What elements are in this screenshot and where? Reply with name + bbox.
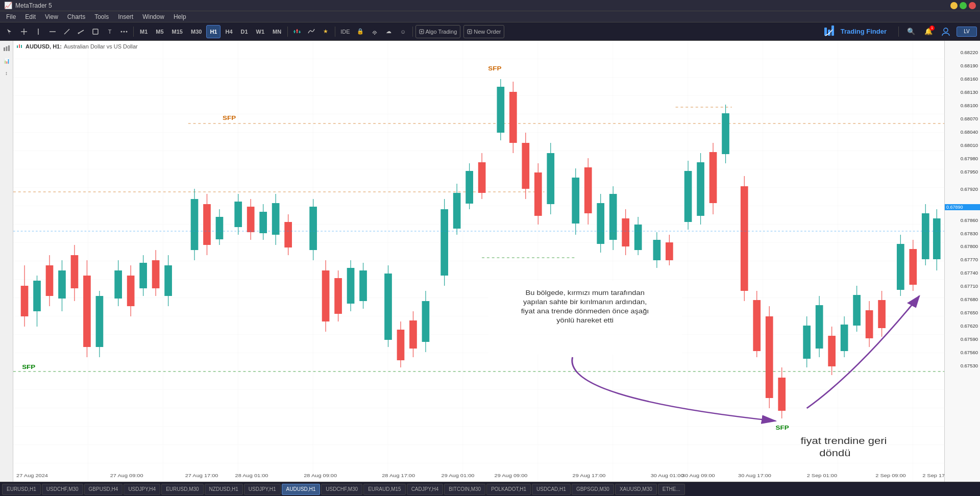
svg-rect-160 bbox=[866, 310, 873, 338]
indicators-btn[interactable] bbox=[305, 25, 318, 38]
algo-trading-btn[interactable]: Algo Trading bbox=[415, 25, 461, 38]
svg-rect-87 bbox=[347, 268, 355, 304]
left-tb-cursor[interactable]: ↕ bbox=[1, 67, 12, 79]
svg-rect-59 bbox=[139, 263, 147, 288]
svg-rect-150 bbox=[803, 326, 811, 359]
svg-rect-25 bbox=[6, 46, 7, 51]
price-label: 0.68100 bbox=[961, 103, 978, 108]
horizontal-line-tool[interactable] bbox=[46, 25, 59, 38]
svg-rect-75 bbox=[259, 212, 267, 233]
price-label: 0.68160 bbox=[961, 76, 978, 82]
tf-d1[interactable]: D1 bbox=[237, 25, 252, 38]
crosshair-tool[interactable] bbox=[17, 25, 31, 38]
bottom-tab-bar: EURUSD,H1 USDCHF,M30 GBPUSD,H4 USDJPY,H4… bbox=[0, 482, 980, 496]
tab-usdjpy-h4[interactable]: USDJPY,H4 bbox=[124, 484, 160, 495]
maximize-button[interactable] bbox=[960, 2, 967, 9]
yellow-star-btn[interactable]: ★ bbox=[319, 25, 332, 38]
svg-rect-61 bbox=[152, 260, 160, 288]
search-btn[interactable]: 🔍 bbox=[904, 25, 918, 38]
ide-btn[interactable]: IDE bbox=[338, 25, 352, 38]
svg-rect-26 bbox=[8, 45, 10, 51]
tab-cadjpy-h4[interactable]: CADJPY,H4 bbox=[407, 484, 444, 495]
menu-edit[interactable]: Edit bbox=[21, 12, 40, 21]
menu-help[interactable]: Help bbox=[169, 12, 190, 21]
tab-xauusd-m30[interactable]: XAUUSD,M30 bbox=[615, 484, 657, 495]
tab-gbpsgd-m30[interactable]: GBPSGD,M30 bbox=[572, 484, 614, 495]
menu-insert[interactable]: Insert bbox=[114, 12, 137, 21]
svg-rect-143 bbox=[753, 300, 761, 351]
svg-rect-101 bbox=[453, 193, 461, 229]
chart-info-bar: AUDUSD, H1: Australian Dollar vs US Doll… bbox=[16, 43, 138, 50]
left-tb-indicator[interactable]: 📊 bbox=[1, 55, 12, 66]
cloud-btn[interactable]: ☁ bbox=[382, 25, 396, 38]
svg-text:29 Aug 09:00: 29 Aug 09:00 bbox=[495, 473, 528, 478]
trendline-tool[interactable] bbox=[60, 25, 74, 38]
tab-euraud-m15[interactable]: EURAUD,M15 bbox=[363, 484, 405, 495]
svg-text:30 Aug 17:00: 30 Aug 17:00 bbox=[738, 473, 771, 478]
close-button[interactable] bbox=[969, 2, 976, 9]
left-toolbar: 📊 ↕ bbox=[0, 41, 13, 482]
svg-rect-152 bbox=[816, 305, 823, 349]
svg-text:27 Aug 17:00: 27 Aug 17:00 bbox=[185, 473, 218, 478]
profile-btn[interactable] bbox=[939, 25, 952, 38]
tab-usdchf-m30[interactable]: USDCHF,M30 bbox=[42, 484, 83, 495]
price-label: 0.67560 bbox=[961, 350, 978, 355]
svg-text:Bu bölgede, kırmızı mum tarafı: Bu bölgede, kırmızı mum tarafından bbox=[525, 289, 644, 296]
tf-m1[interactable]: M1 bbox=[136, 25, 151, 38]
chart-type-btn[interactable] bbox=[290, 25, 304, 38]
smiley-btn[interactable]: ☺ bbox=[397, 25, 410, 38]
svg-rect-147 bbox=[778, 378, 786, 411]
svg-rect-162 bbox=[878, 300, 886, 328]
svg-text:2 Sep 01:00: 2 Sep 01:00 bbox=[807, 473, 838, 478]
tab-usdchf-m30-2[interactable]: USDCHF,M30 bbox=[321, 484, 362, 495]
left-tb-chart[interactable] bbox=[1, 43, 12, 54]
svg-point-17 bbox=[374, 34, 375, 35]
svg-rect-43 bbox=[33, 281, 41, 311]
shapes-tool[interactable] bbox=[89, 25, 102, 38]
tf-w1[interactable]: W1 bbox=[253, 25, 268, 38]
menu-tools[interactable]: Tools bbox=[90, 12, 113, 21]
menu-window[interactable]: Window bbox=[138, 12, 168, 21]
svg-rect-55 bbox=[114, 270, 122, 299]
lock-btn[interactable]: 🔒 bbox=[354, 25, 367, 38]
price-label: 0.68220 bbox=[961, 49, 978, 55]
price-label: 0.67770 bbox=[961, 257, 978, 262]
tf-m15[interactable]: M15 bbox=[168, 25, 186, 38]
tf-m30[interactable]: M30 bbox=[187, 25, 205, 38]
tab-bitcoin-m30[interactable]: BITCOIN,M30 bbox=[444, 484, 485, 495]
ray-tool[interactable] bbox=[75, 25, 88, 38]
menu-file[interactable]: File bbox=[2, 12, 20, 21]
tab-eurusd-h1[interactable]: EURUSD,H1 bbox=[2, 484, 41, 495]
tf-h4[interactable]: H4 bbox=[222, 25, 236, 38]
tab-polkadot-h1[interactable]: POLKADOT,H1 bbox=[486, 484, 531, 495]
tf-mn[interactable]: MN bbox=[269, 25, 285, 38]
svg-rect-65 bbox=[191, 199, 199, 250]
tab-ethe[interactable]: ETHE... bbox=[658, 484, 685, 495]
svg-rect-168 bbox=[922, 213, 929, 259]
minimize-button[interactable] bbox=[950, 2, 958, 9]
svg-rect-81 bbox=[309, 207, 317, 250]
tab-usdjpy-h1[interactable]: USDJPY,H1 bbox=[244, 484, 281, 495]
tf-h1[interactable]: H1 bbox=[206, 25, 220, 38]
tab-eurusd-m30[interactable]: EURUSD,M30 bbox=[161, 484, 203, 495]
menu-view[interactable]: View bbox=[41, 12, 62, 21]
tab-gbpusd-h4[interactable]: GBPUSD,H4 bbox=[84, 484, 123, 495]
svg-rect-29 bbox=[21, 45, 22, 48]
svg-rect-121 bbox=[597, 203, 604, 244]
algo-trading-label: Algo Trading bbox=[426, 29, 457, 35]
new-order-btn[interactable]: New Order bbox=[463, 25, 504, 38]
cursor-tool[interactable] bbox=[3, 25, 16, 38]
svg-rect-154 bbox=[828, 336, 836, 366]
text-tool[interactable]: T bbox=[103, 25, 116, 38]
menu-charts[interactable]: Charts bbox=[63, 12, 89, 21]
account-level: LV bbox=[957, 27, 977, 37]
more-tools[interactable] bbox=[117, 25, 131, 38]
tab-nzdusd-h1[interactable]: NZDUSD,H1 bbox=[205, 484, 243, 495]
tab-audusd-h1[interactable]: AUDUSD,H1 bbox=[282, 484, 321, 495]
svg-text:28 Aug 17:00: 28 Aug 17:00 bbox=[382, 473, 415, 478]
tab-usdcad-h1[interactable]: USDCAD,H1 bbox=[532, 484, 571, 495]
vertical-line-tool[interactable] bbox=[32, 25, 45, 38]
tf-m5[interactable]: M5 bbox=[152, 25, 167, 38]
signal-btn[interactable] bbox=[368, 25, 381, 38]
notifications-btn[interactable]: 🔔 1 bbox=[922, 25, 935, 38]
